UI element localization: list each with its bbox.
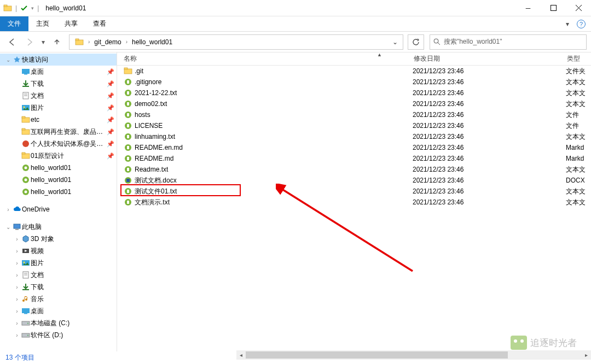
- file-row[interactable]: LICENSE2021/12/23 23:46文件: [117, 120, 591, 131]
- column-name[interactable]: 名称▲: [117, 52, 407, 65]
- file-row[interactable]: linhuaming.txt2021/12/23 23:46文本文: [117, 131, 591, 142]
- expand-icon[interactable]: ›: [13, 296, 21, 302]
- sidebar-pc-item[interactable]: ›本地磁盘 (C:): [0, 317, 117, 329]
- sidebar-pc-item[interactable]: ›软件区 (D:): [0, 329, 117, 341]
- horizontal-scrollbar[interactable]: ◂ ▸: [236, 350, 591, 360]
- sidebar-quick-item[interactable]: 互联网再生资源、废品回收📌: [0, 126, 117, 138]
- txt-icon: [123, 78, 134, 86]
- sidebar-quick-item[interactable]: 下载📌: [0, 78, 117, 90]
- file-row[interactable]: hosts2021/12/23 23:46文件: [117, 109, 591, 120]
- sidebar-pc-item[interactable]: ›音乐: [0, 293, 117, 305]
- sidebar-quick-item[interactable]: 图片📌: [0, 102, 117, 114]
- expand-icon[interactable]: ›: [13, 308, 21, 314]
- file-row[interactable]: demo02.txt2021/12/23 23:46文本文: [117, 98, 591, 109]
- folder-icon: [123, 67, 134, 75]
- expand-icon[interactable]: ›: [13, 272, 21, 278]
- sidebar-quick-item[interactable]: 01原型设计📌: [0, 150, 117, 162]
- expand-icon[interactable]: ›: [4, 207, 12, 213]
- sidebar-quick-item[interactable]: etc📌: [0, 114, 117, 126]
- sidebar-quick-item[interactable]: 桌面📌: [0, 66, 117, 78]
- sidebar-pc-item[interactable]: ›视频: [0, 245, 117, 257]
- scroll-left-icon[interactable]: ◂: [236, 350, 246, 360]
- file-date: 2021/12/23 23:46: [413, 100, 566, 108]
- txt-icon: [123, 198, 134, 207]
- close-button[interactable]: [566, 0, 591, 16]
- file-type: 文本文: [566, 89, 591, 98]
- file-name: LICENSE: [134, 122, 413, 130]
- docs-icon: [21, 271, 31, 279]
- sidebar-pc-item[interactable]: ›下载: [0, 281, 117, 293]
- back-button[interactable]: [4, 34, 20, 50]
- search-input[interactable]: 搜索"hello_world01": [430, 34, 587, 50]
- sidebar-quick-access[interactable]: ⌄快速访问: [0, 54, 117, 66]
- search-icon: [433, 38, 441, 45]
- chevron-right-icon[interactable]: ›: [125, 39, 129, 45]
- sidebar-this-pc[interactable]: ⌄此电脑: [0, 221, 117, 233]
- txt-icon: [123, 89, 134, 97]
- up-button[interactable]: [49, 34, 65, 50]
- column-date[interactable]: 修改日期: [407, 52, 560, 65]
- scroll-thumb[interactable]: [246, 351, 508, 359]
- file-row[interactable]: 测试文件01.txt2021/12/23 23:46文本文: [117, 186, 591, 197]
- expand-icon[interactable]: ›: [13, 332, 21, 338]
- sidebar-pc-item[interactable]: ›文档: [0, 269, 117, 281]
- help-icon[interactable]: ?: [577, 20, 586, 28]
- file-row[interactable]: .gitignore2021/12/23 23:46文本文: [117, 77, 591, 87]
- sidebar-quick-item[interactable]: hello_world01: [0, 186, 117, 198]
- expand-icon[interactable]: ⌄: [4, 57, 12, 63]
- svg-rect-10: [24, 74, 27, 75]
- file-row[interactable]: 2021-12-22.txt2021/12/23 23:46文本文: [117, 87, 591, 98]
- maximize-button[interactable]: [541, 0, 566, 16]
- file-row[interactable]: 文档演示.txt2021/12/23 23:46文本文: [117, 197, 591, 208]
- ribbon-tab-share[interactable]: 共享: [57, 16, 85, 31]
- file-row[interactable]: README.en.md2021/12/23 23:46Markd: [117, 142, 591, 153]
- file-row[interactable]: README.md2021/12/23 23:46Markd: [117, 153, 591, 164]
- expand-icon[interactable]: ›: [13, 236, 21, 242]
- sidebar-pc-item[interactable]: ›图片: [0, 257, 117, 269]
- file-name: hosts: [134, 111, 413, 119]
- sidebar-pc-item[interactable]: ›桌面: [0, 305, 117, 317]
- expand-icon[interactable]: ›: [13, 284, 21, 290]
- svg-line-8: [438, 43, 440, 45]
- chevron-right-icon[interactable]: ›: [87, 39, 91, 45]
- column-type[interactable]: 类型: [560, 52, 591, 65]
- expand-icon[interactable]: ›: [13, 320, 21, 326]
- sidebar-quick-item[interactable]: 个人技术知识体系@吴川生📌: [0, 138, 117, 150]
- ribbon-file-tab[interactable]: 文件: [0, 16, 28, 31]
- minimize-button[interactable]: ─: [515, 0, 541, 16]
- sidebar-onedrive[interactable]: ›OneDrive: [0, 203, 117, 215]
- breadcrumb-segment[interactable]: hello_world01: [129, 35, 176, 49]
- svg-rect-50: [127, 91, 129, 95]
- ribbon-tab-home[interactable]: 主页: [28, 16, 57, 31]
- recent-dropdown[interactable]: ▾: [39, 34, 47, 50]
- git-icon: [21, 187, 31, 196]
- qat-dropdown-icon[interactable]: ▾: [31, 5, 34, 11]
- address-bar[interactable]: › git_demo › hello_world01 ⌄: [69, 34, 403, 50]
- ribbon-tab-view[interactable]: 查看: [85, 16, 114, 31]
- sidebar-pc-item[interactable]: ›3D 对象: [0, 233, 117, 245]
- sidebar-quick-item[interactable]: hello_world01: [0, 174, 117, 186]
- navigation-pane[interactable]: ⌄快速访问桌面📌下载📌文档📌图片📌etc📌互联网再生资源、废品回收📌个人技术知识…: [0, 52, 117, 360]
- file-type: 文件: [566, 110, 591, 120]
- address-dropdown-icon[interactable]: ⌄: [390, 38, 401, 46]
- expand-icon[interactable]: ⌄: [4, 224, 12, 230]
- sidebar-quick-item[interactable]: 文档📌: [0, 90, 117, 102]
- file-row[interactable]: .git2021/12/23 23:46文件夹: [117, 66, 591, 77]
- expand-icon[interactable]: ›: [13, 260, 21, 266]
- breadcrumb-segment[interactable]: git_demo: [91, 35, 124, 49]
- breadcrumb-folder-icon[interactable]: [72, 35, 87, 49]
- expand-icon[interactable]: ›: [13, 248, 21, 254]
- file-list: 名称▲ 修改日期 类型 .git2021/12/23 23:46文件夹.giti…: [117, 52, 591, 360]
- expand-ribbon-icon[interactable]: ▾: [566, 20, 569, 28]
- file-name: README.md: [134, 155, 413, 162]
- forward-button[interactable]: [22, 34, 37, 50]
- svg-rect-52: [127, 102, 129, 105]
- sidebar-quick-item[interactable]: hello_world01: [0, 162, 117, 174]
- file-date: 2021/12/23 23:46: [413, 78, 566, 86]
- qat-button[interactable]: [20, 4, 28, 12]
- scroll-right-icon[interactable]: ▸: [582, 350, 591, 360]
- svg-point-42: [27, 323, 28, 324]
- file-row[interactable]: 测试文档.docx2021/12/23 23:46DOCX: [117, 175, 591, 186]
- file-row[interactable]: Readme.txt2021/12/23 23:46文本文: [117, 164, 591, 175]
- refresh-button[interactable]: [408, 34, 424, 50]
